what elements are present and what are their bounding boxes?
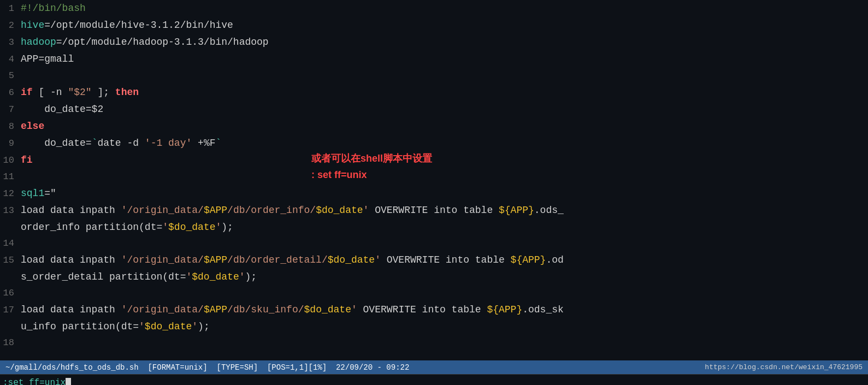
line-6: 6 if [ -n "$2" ]; then (0, 84, 868, 101)
line-12: 12 sql1=" (0, 185, 868, 202)
code-content: 1 #!/bin/bash 2 hive=/opt/module/hive-3.… (0, 0, 868, 351)
status-filepath: ~/gmall/ods/hdfs_to_ods_db.sh [FORMAT=un… (5, 363, 705, 372)
cursor-block (66, 378, 71, 386)
annotation-chinese: 或者可以在shell脚本中设置 (311, 152, 432, 165)
command-line[interactable]: :set ff=unix (0, 374, 868, 385)
line-15-wrap: s_order_detail partition(dt='$do_date'); (0, 269, 868, 285)
line-13-wrap: order_info partition(dt='$do_date'); (0, 219, 868, 235)
annotation-setff: : set ff=unix (311, 169, 367, 181)
line-16: 16 (0, 285, 868, 301)
line-18: 18 (0, 335, 868, 351)
line-4: 4 APP=gmall (0, 51, 868, 68)
line-2: 2 hive=/opt/module/hive-3.1.2/bin/hive (0, 17, 868, 34)
line-15: 15 load data inpath '/origin_data/$APP/d… (0, 252, 868, 269)
line-1: 1 #!/bin/bash (0, 0, 868, 17)
line-7: 7 do_date=$2 (0, 101, 868, 118)
line-3: 3 hadoop=/opt/module/hadoop-3.1.3/bin/ha… (0, 34, 868, 51)
status-bar: ~/gmall/ods/hdfs_to_ods_db.sh [FORMAT=un… (0, 360, 868, 374)
line-5: 5 (0, 68, 868, 84)
line-10: 10 fi (0, 152, 868, 169)
line-11: 11 (0, 169, 868, 185)
status-url: https://blog.csdn.net/weixin_47621995 (705, 363, 863, 371)
cmd-set-ff: :set ff=unix (3, 378, 66, 386)
code-editor[interactable]: 1 #!/bin/bash 2 hive=/opt/module/hive-3.… (0, 0, 868, 360)
line-9: 9 do_date=`date -d '-1 day' +%F` (0, 135, 868, 152)
line-14: 14 (0, 235, 868, 252)
line-17-wrap: u_info partition(dt='$do_date'); (0, 318, 868, 335)
line-17: 17 load data inpath '/origin_data/$APP/d… (0, 301, 868, 318)
line-13: 13 load data inpath '/origin_data/$APP/d… (0, 202, 868, 219)
line-8: 8 else (0, 118, 868, 135)
